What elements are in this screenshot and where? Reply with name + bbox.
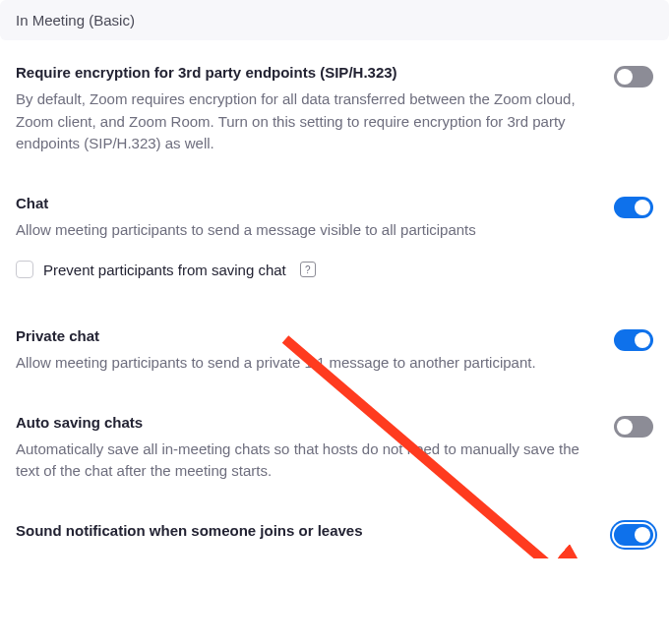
setting-chat: Chat Allow meeting participants to send … bbox=[16, 195, 653, 279]
toggle-auto-saving[interactable] bbox=[614, 416, 653, 438]
setting-private-chat: Private chat Allow meeting participants … bbox=[16, 327, 653, 375]
toggle-knob bbox=[635, 332, 650, 348]
setting-auto-saving: Auto saving chats Automatically save all… bbox=[16, 414, 653, 483]
setting-text: Auto saving chats Automatically save all… bbox=[16, 414, 614, 483]
sub-option-prevent-saving: Prevent participants from saving chat ? bbox=[16, 261, 584, 278]
settings-list: Require encryption for 3rd party endpoin… bbox=[0, 64, 669, 547]
toggle-knob bbox=[635, 527, 650, 543]
setting-description: Allow meeting participants to send a mes… bbox=[16, 219, 584, 242]
help-icon[interactable]: ? bbox=[300, 262, 316, 277]
sub-option-label: Prevent participants from saving chat bbox=[43, 262, 286, 278]
setting-description: By default, Zoom requires encryption for… bbox=[16, 88, 584, 155]
checkbox-prevent-saving[interactable] bbox=[16, 261, 33, 278]
toggle-private-chat[interactable] bbox=[614, 329, 653, 351]
toggle-encryption[interactable] bbox=[614, 66, 653, 88]
setting-title: Require encryption for 3rd party endpoin… bbox=[16, 64, 584, 81]
setting-text: Sound notification when someone joins or… bbox=[16, 522, 614, 547]
setting-text: Chat Allow meeting participants to send … bbox=[16, 195, 614, 279]
toggle-sound-notification[interactable] bbox=[614, 524, 653, 546]
toggle-knob bbox=[617, 419, 633, 435]
setting-sound-notification: Sound notification when someone joins or… bbox=[16, 522, 653, 547]
toggle-chat[interactable] bbox=[614, 197, 653, 218]
setting-text: Require encryption for 3rd party endpoin… bbox=[16, 64, 614, 155]
section-header-text: In Meeting (Basic) bbox=[16, 12, 135, 29]
setting-title: Sound notification when someone joins or… bbox=[16, 522, 584, 539]
setting-encryption: Require encryption for 3rd party endpoin… bbox=[16, 64, 653, 155]
setting-description: Automatically save all in-meeting chats … bbox=[16, 439, 584, 483]
setting-title: Chat bbox=[16, 195, 584, 211]
setting-title: Auto saving chats bbox=[16, 414, 584, 431]
setting-title: Private chat bbox=[16, 327, 584, 344]
toggle-knob bbox=[617, 69, 633, 85]
toggle-knob bbox=[635, 200, 650, 215]
section-header: In Meeting (Basic) bbox=[0, 0, 669, 40]
setting-text: Private chat Allow meeting participants … bbox=[16, 327, 614, 375]
setting-description: Allow meeting participants to send a pri… bbox=[16, 352, 584, 375]
